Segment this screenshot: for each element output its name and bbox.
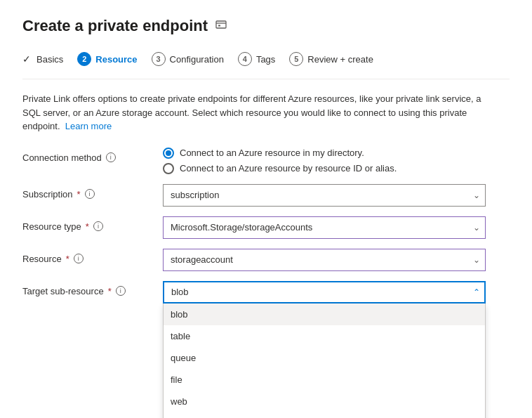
step-review-number: 5 <box>289 52 303 66</box>
subscription-label: Subscription <box>22 189 73 200</box>
step-tags-label: Tags <box>256 54 275 65</box>
step-resource-label: Resource <box>95 54 137 65</box>
learn-more-link[interactable]: Learn more <box>65 121 112 131</box>
resource-required: * <box>66 254 69 264</box>
svg-rect-0 <box>216 21 226 28</box>
description-text: Private Link offers options to create pr… <box>22 92 500 133</box>
dropdown-option-queue[interactable]: queue <box>164 347 485 369</box>
subscription-value: subscription <box>171 190 219 200</box>
step-tags-number: 4 <box>238 52 252 66</box>
resource-type-required: * <box>86 221 89 232</box>
dropdown-option-file[interactable]: file <box>164 369 485 391</box>
step-configuration-label: Configuration <box>170 54 224 65</box>
radio-resource-id-input[interactable] <box>163 163 174 174</box>
resource-type-dropdown[interactable]: Microsoft.Storage/storageAccounts <box>163 216 486 239</box>
resource-label: Resource <box>22 254 62 264</box>
target-sub-resource-row: Target sub-resource * i blob ⌃ blob <box>22 281 510 303</box>
step-resource[interactable]: 2 Resource <box>73 49 147 69</box>
radio-resource-id-label: Connect to an Azure resource by resource… <box>180 163 397 174</box>
page-title: Create a private endpoint <box>22 17 208 35</box>
subscription-dropdown[interactable]: subscription <box>163 184 486 207</box>
connection-method-info-icon[interactable]: i <box>106 152 116 162</box>
subscription-info-icon[interactable]: i <box>85 189 95 199</box>
dropdown-option-web[interactable]: web <box>164 391 485 412</box>
dropdown-option-table[interactable]: table <box>164 325 485 347</box>
target-sub-resource-label: Target sub-resource <box>22 286 104 296</box>
step-resource-number: 2 <box>77 52 91 66</box>
step-basics[interactable]: ✓ Basics <box>22 51 73 67</box>
radio-resource-id[interactable]: Connect to an Azure resource by resource… <box>163 163 510 174</box>
dropdown-option-blob[interactable]: blob <box>164 303 485 325</box>
svg-rect-2 <box>218 25 220 27</box>
step-basics-label: Basics <box>36 54 63 65</box>
resource-info-icon[interactable]: i <box>74 254 84 263</box>
target-sub-resource-value: blob <box>171 287 189 297</box>
step-tags[interactable]: 4 Tags <box>234 49 285 69</box>
step-review-label: Review + create <box>307 54 373 65</box>
radio-directory-label: Connect to an Azure resource in my direc… <box>180 148 364 158</box>
resource-type-value: Microsoft.Storage/storageAccounts <box>171 222 312 233</box>
radio-directory[interactable]: Connect to an Azure resource in my direc… <box>163 148 510 159</box>
step-review[interactable]: 5 Review + create <box>285 49 383 69</box>
connection-method-label: Connection method <box>22 152 102 163</box>
resource-type-info-icon[interactable]: i <box>93 221 103 231</box>
target-sub-resource-dropdown[interactable]: blob <box>163 281 486 303</box>
resource-value: storageaccount <box>171 254 233 265</box>
resource-form: Connection method i Connect to an Azure … <box>22 148 510 303</box>
resource-type-dropdown-wrapper: Microsoft.Storage/storageAccounts ⌄ <box>163 216 486 239</box>
resource-dropdown[interactable]: storageaccount <box>163 249 486 271</box>
wizard-steps: ✓ Basics 2 Resource 3 Configuration 4 Ta… <box>22 49 510 79</box>
step-configuration-number: 3 <box>152 52 166 66</box>
target-sub-resource-dropdown-container: blob ⌃ blob table queue <box>163 281 486 303</box>
subscription-row: Subscription * i subscription ⌄ <box>22 184 510 207</box>
resource-row: Resource * i storageaccount ⌄ <box>22 249 510 271</box>
target-sub-resource-dropdown-list: blob table queue file web <box>163 303 486 419</box>
subscription-required: * <box>77 189 81 200</box>
connection-method-options: Connect to an Azure resource in my direc… <box>163 148 510 174</box>
resource-icon <box>215 18 227 34</box>
dropdown-option-dfs[interactable]: dfs <box>164 412 485 419</box>
target-sub-resource-info-icon[interactable]: i <box>116 286 126 296</box>
resource-dropdown-wrapper: storageaccount ⌄ <box>163 249 486 271</box>
step-configuration[interactable]: 3 Configuration <box>147 49 234 69</box>
resource-type-label: Resource type <box>22 221 81 232</box>
radio-directory-input[interactable] <box>163 148 174 159</box>
resource-type-row: Resource type * i Microsoft.Storage/stor… <box>22 216 510 239</box>
target-sub-resource-required: * <box>108 286 112 296</box>
connection-method-row: Connection method i Connect to an Azure … <box>22 148 510 174</box>
check-icon: ✓ <box>22 53 31 65</box>
subscription-dropdown-wrapper: subscription ⌄ <box>163 184 486 207</box>
